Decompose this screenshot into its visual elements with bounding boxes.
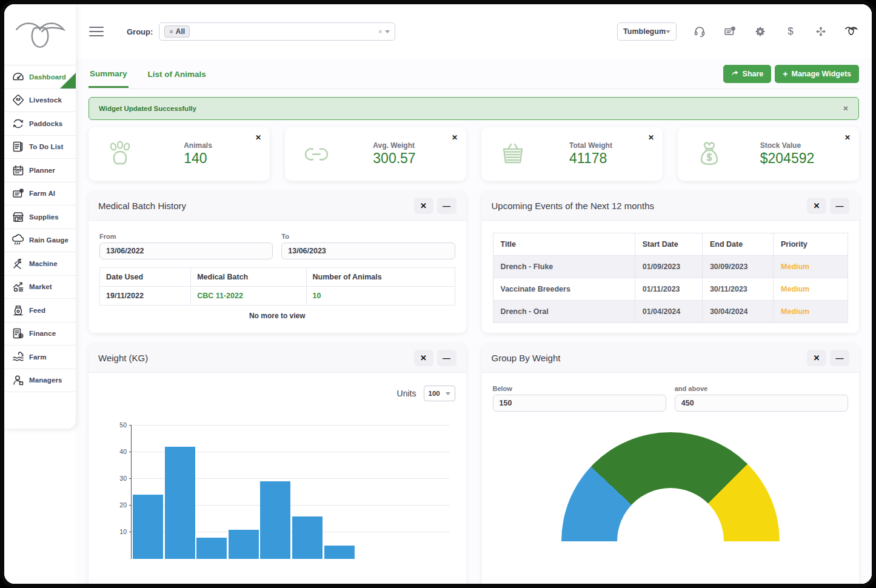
organisation-select-value: Tumblegum xyxy=(623,27,666,36)
tabs-row: Summary List of Animals Share + Manage W… xyxy=(89,59,859,89)
bar[interactable] xyxy=(229,530,259,559)
share-button[interactable]: Share xyxy=(723,65,772,83)
y-tick-label: 20 xyxy=(112,501,127,509)
widget-minimize-button[interactable]: — xyxy=(437,198,456,214)
close-icon[interactable]: ✕ xyxy=(452,133,458,142)
bar[interactable] xyxy=(196,538,227,559)
sidebar-item-label: Farm AI xyxy=(29,190,55,197)
sidebar-item-planner[interactable]: Planner xyxy=(4,159,76,182)
headset-icon[interactable] xyxy=(692,24,707,39)
close-icon[interactable]: ✕ xyxy=(844,133,851,142)
from-date-input[interactable] xyxy=(99,242,273,259)
column-header[interactable]: Title xyxy=(493,233,635,256)
sidebar-item-label: Livestock xyxy=(29,96,62,104)
stat-label: Stock Value xyxy=(760,141,801,150)
tab-summary[interactable]: Summary xyxy=(89,60,129,88)
table-row[interactable]: Drench - Oral 01/04/2024 30/04/2024 Medi… xyxy=(493,301,848,323)
sidebar-item-todo[interactable]: To Do List xyxy=(4,136,76,159)
stat-card-animals: Animals 140 ✕ xyxy=(89,127,270,181)
widget-close-button[interactable]: ✕ xyxy=(807,198,826,214)
units-select-value: 100 xyxy=(429,390,440,397)
market-icon xyxy=(12,280,25,293)
manage-widgets-button[interactable]: + Manage Widgets xyxy=(775,65,859,83)
widget-minimize-button[interactable]: — xyxy=(437,350,456,366)
alert-close-icon[interactable]: ✕ xyxy=(843,104,849,113)
column-header[interactable]: Priority xyxy=(774,233,848,256)
column-header[interactable]: Number of Animals xyxy=(306,268,455,287)
remove-tag-icon[interactable]: × xyxy=(169,28,173,35)
sidebar-item-label: Planner xyxy=(29,167,55,174)
cell-title: Vaccinate Breeders xyxy=(493,278,635,301)
units-select[interactable]: 100 xyxy=(424,386,455,401)
group-label: Group: xyxy=(127,27,153,36)
organisation-select[interactable]: Tumblegum xyxy=(617,22,677,41)
subscription-icon[interactable] xyxy=(723,24,737,39)
cell-priority: Medium xyxy=(774,256,848,278)
units-label: Units xyxy=(397,389,416,398)
main-content: Summary List of Animals Share + Manage W… xyxy=(76,59,872,584)
sidebar-item-managers[interactable]: Managers xyxy=(4,369,76,393)
sidebar-item-finance[interactable]: Finance xyxy=(4,322,76,346)
and-above-input[interactable] xyxy=(675,395,848,412)
livestock-icon xyxy=(12,93,25,107)
tab-list-of-animals[interactable]: List of Animals xyxy=(147,61,207,87)
dollar-icon[interactable]: $ xyxy=(783,24,798,39)
sidebar-item-farm-ai[interactable]: Farm AI xyxy=(4,182,76,206)
widget-close-button[interactable]: ✕ xyxy=(414,350,433,366)
sidebar-item-dashboard[interactable]: Dashboard xyxy=(4,65,76,89)
below-label: Below xyxy=(493,385,666,392)
sidebar-item-market[interactable]: Market xyxy=(4,276,76,299)
bar[interactable] xyxy=(165,447,195,559)
sidebar-item-livestock[interactable]: Livestock xyxy=(4,89,76,113)
group-tag-label: All xyxy=(176,27,185,36)
widget-close-button[interactable]: ✕ xyxy=(414,198,433,214)
bull-avatar-icon[interactable] xyxy=(844,24,858,39)
y-tick-label: 30 xyxy=(112,475,127,482)
hamburger-menu-icon[interactable] xyxy=(89,24,104,39)
sidebar-item-label: To Do List xyxy=(29,143,63,150)
managers-icon xyxy=(12,373,25,387)
sidebar-item-machine[interactable]: Machine xyxy=(4,252,76,276)
bar[interactable] xyxy=(292,516,323,559)
cell-priority: Medium xyxy=(774,278,848,301)
sidebar-item-feed[interactable]: Feed xyxy=(4,299,76,322)
table-row[interactable]: Drench - Fluke 01/09/2023 30/09/2023 Med… xyxy=(493,256,848,278)
widgets-row-1: Medical Batch History ✕ — From To xyxy=(89,192,859,333)
app-logo[interactable] xyxy=(4,4,76,65)
tick-mark xyxy=(129,478,132,479)
to-date-input[interactable] xyxy=(281,242,455,259)
table-row[interactable]: 19/11/2022 CBC 11-2022 10 xyxy=(100,287,455,306)
clear-select-icon[interactable]: × xyxy=(378,28,382,35)
bar-chart-plot: 1020304050 xyxy=(131,426,449,559)
widget-close-button[interactable]: ✕ xyxy=(807,350,826,366)
column-header[interactable]: Medical Batch xyxy=(191,268,306,287)
close-icon[interactable]: ✕ xyxy=(648,133,654,142)
widget-minimize-button[interactable]: — xyxy=(830,198,849,214)
table-row[interactable]: Vaccinate Breeders 01/11/2023 30/11/2023… xyxy=(493,278,848,301)
group-multiselect[interactable]: × All × xyxy=(159,22,395,41)
widget-minimize-button[interactable]: — xyxy=(830,350,849,366)
column-header[interactable]: Start Date xyxy=(635,233,702,256)
close-icon[interactable]: ✕ xyxy=(255,133,261,142)
stat-card-stock-value: Stock Value $204592 ✕ xyxy=(678,127,859,181)
widget-header: Medical Batch History ✕ — xyxy=(89,192,466,221)
gear-icon[interactable] xyxy=(753,24,767,39)
sidebar-item-paddocks[interactable]: Paddocks xyxy=(4,112,76,136)
alert-message: Widget Updated Successfully xyxy=(99,105,196,112)
chevron-down-icon[interactable] xyxy=(385,30,390,33)
column-header[interactable]: Date Used xyxy=(100,268,191,287)
cell-end-date: 30/04/2024 xyxy=(702,301,773,323)
column-header[interactable]: End Date xyxy=(702,233,773,256)
bar[interactable] xyxy=(324,546,355,559)
cell-start-date: 01/09/2023 xyxy=(635,256,702,278)
sidebar-item-rain-gauge[interactable]: Rain Gauge xyxy=(4,229,76,253)
bar[interactable] xyxy=(133,495,163,559)
farm-ai-icon xyxy=(12,187,25,200)
basket-icon xyxy=(496,137,530,171)
below-input[interactable] xyxy=(493,395,666,412)
bar[interactable] xyxy=(260,481,290,559)
move-icon[interactable] xyxy=(814,24,828,39)
sidebar-item-farm[interactable]: Farm xyxy=(4,346,76,369)
sidebar-item-supplies[interactable]: Supplies xyxy=(4,205,76,229)
sidebar-item-label: Finance xyxy=(29,330,56,337)
